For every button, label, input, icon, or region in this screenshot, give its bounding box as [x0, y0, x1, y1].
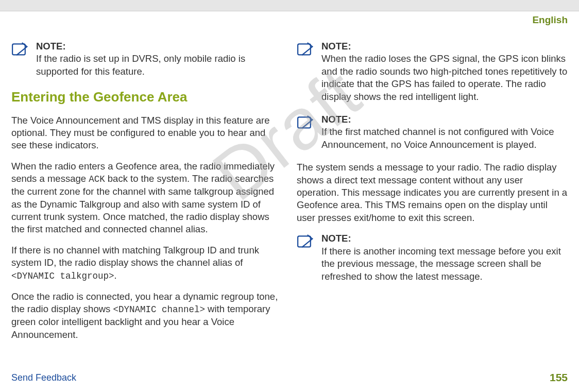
note-body: NOTE: If there is another incoming text …	[321, 232, 568, 283]
top-bar	[0, 0, 579, 11]
section-heading: Entering the Geofence Area	[11, 88, 282, 106]
note-icon	[297, 114, 315, 130]
language-label: English	[532, 14, 568, 26]
note-icon	[11, 41, 30, 57]
paragraph-tms: The system sends a message to your radio…	[297, 161, 568, 224]
note-body: NOTE: If the first matched channel is no…	[321, 113, 568, 151]
right-column: NOTE: When the radio loses the GPS signa…	[297, 40, 568, 349]
note-text: If the first matched channel is not conf…	[321, 126, 554, 149]
note-block-dvrs: NOTE: If the radio is set up in DVRS, on…	[11, 40, 282, 78]
code-dynamic-talkgroup: <DYNAMIC talkgroup>	[11, 271, 114, 281]
note-label: NOTE:	[321, 40, 568, 53]
paragraph-connected: Once the radio is connected, you hear a …	[11, 291, 282, 341]
note-block-incoming: NOTE: If there is another incoming text …	[297, 232, 568, 283]
left-column: NOTE: If the radio is set up in DVRS, on…	[11, 40, 282, 349]
text-segment: .	[114, 270, 117, 281]
note-body: NOTE: If the radio is set up in DVRS, on…	[36, 40, 282, 78]
page-content: NOTE: If the radio is set up in DVRS, on…	[0, 11, 579, 349]
page-number: 155	[550, 371, 568, 384]
paragraph-ack: When the radio enters a Geofence area, t…	[11, 160, 282, 236]
paragraph-nochannel: If there is no channel with matching Tal…	[11, 244, 282, 282]
note-text: If the radio is set up in DVRS, only mob…	[36, 53, 245, 76]
paragraph-intro: The Voice Announcement and TMS display i…	[11, 114, 282, 152]
note-label: NOTE:	[36, 40, 282, 53]
note-label: NOTE:	[321, 232, 568, 245]
note-text: When the radio loses the GPS signal, the…	[321, 53, 567, 101]
note-label: NOTE:	[321, 113, 568, 126]
page-footer: Send Feedback 155	[0, 371, 579, 384]
code-dynamic-channel: <DYNAMIC channel>	[113, 304, 205, 315]
text-segment: If there is no channel with matching Tal…	[11, 245, 259, 268]
note-icon	[297, 233, 315, 249]
note-block-gps: NOTE: When the radio loses the GPS signa…	[297, 40, 568, 103]
note-text: If there is another incoming text messag…	[321, 246, 561, 282]
note-block-voiceann: NOTE: If the first matched channel is no…	[297, 113, 568, 151]
send-feedback-link[interactable]: Send Feedback	[11, 372, 76, 383]
code-ack: ACK	[89, 174, 105, 184]
note-icon	[297, 41, 315, 57]
note-body: NOTE: When the radio loses the GPS signa…	[321, 40, 568, 103]
